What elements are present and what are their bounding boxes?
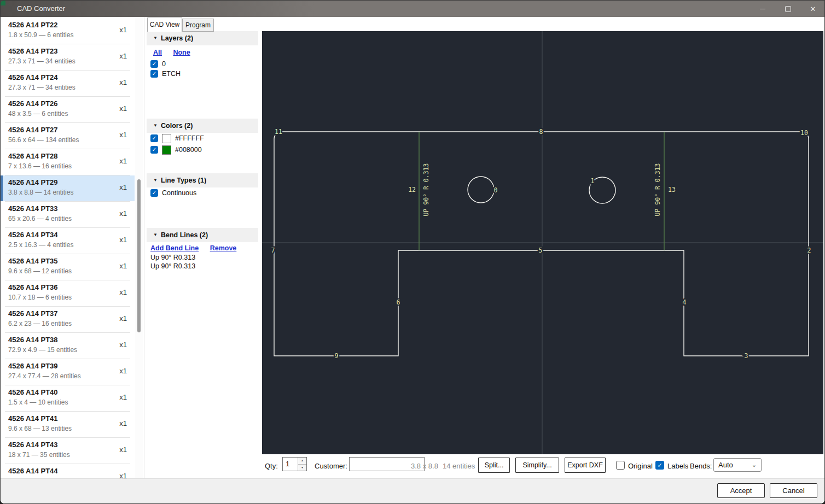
hole-circle xyxy=(468,177,494,203)
close-button[interactable]: ✕ xyxy=(800,1,825,17)
part-name: 4526 A14 PT24 xyxy=(8,73,58,81)
bend-line-item[interactable]: Up 90° R0.313 xyxy=(150,262,195,271)
minimize-button[interactable] xyxy=(750,1,775,17)
part-info: 6.2 x 23 — 16 entities xyxy=(8,320,72,327)
split-button[interactable]: Split... xyxy=(478,458,510,473)
scrollbar-thumb[interactable] xyxy=(137,179,141,332)
part-list-item[interactable]: 4526 A14 PT28 7 x 13.6 — 16 entities x1 xyxy=(1,149,135,175)
entity-label: 1 xyxy=(591,177,595,185)
entity-label: 12 xyxy=(408,186,416,194)
part-list-item[interactable]: 4526 A14 PT44 x1 xyxy=(1,464,135,479)
part-list-item[interactable]: 4526 A14 PT23 27.3 x 71 — 34 entities x1 xyxy=(1,44,135,70)
remove-bend-line-link[interactable]: Remove xyxy=(210,244,237,252)
part-dimensions: 3.8 x 8.8 xyxy=(411,462,438,470)
bend-lines-section-header[interactable]: ▼ Bend Lines (2) xyxy=(147,228,258,242)
part-info: 1.8 x 50.9 — 6 entities xyxy=(8,31,73,39)
add-bend-line-link[interactable]: Add Bend Line xyxy=(150,244,199,252)
layers-all-link[interactable]: All xyxy=(153,49,162,56)
part-qty: x1 xyxy=(119,262,127,270)
part-qty: x1 xyxy=(119,52,127,60)
tab-program[interactable]: Program xyxy=(182,19,214,32)
part-list-item[interactable]: 4526 A14 PT40 1.5 x 4 — 10 entities x1 xyxy=(1,385,135,411)
labels-label: Labels xyxy=(667,462,688,470)
footer-bar: Accept Cancel xyxy=(1,478,825,504)
part-info: 9.6 x 68 — 12 entities xyxy=(8,267,72,275)
entity-label: 2 xyxy=(807,247,811,254)
part-qty: x1 xyxy=(119,446,127,454)
part-name: 4526 A14 PT38 xyxy=(8,336,58,344)
panel-row: #008000 xyxy=(150,145,202,155)
part-name: 4526 A14 PT33 xyxy=(8,204,58,213)
entity-label: 10 xyxy=(800,129,808,137)
part-qty: x1 xyxy=(119,131,127,139)
part-list-item[interactable]: 4526 A14 PT29 3.8 x 8.8 — 14 entities x1 xyxy=(1,175,135,201)
layers-none-link[interactable]: None xyxy=(173,49,190,56)
part-qty: x1 xyxy=(119,157,127,165)
cad-canvas[interactable]: UP 90° R 0.313UP 90° R 0.313012345678910… xyxy=(262,31,823,454)
entity-label: 0 xyxy=(494,186,498,194)
quantity-stepper[interactable]: 1 ▲ ▼ xyxy=(282,457,307,471)
part-qty: x1 xyxy=(119,183,127,191)
colors-section-header[interactable]: ▼ Colors (2) xyxy=(147,119,258,133)
tab-cad-view[interactable]: CAD View xyxy=(147,17,182,32)
entity-label: 9 xyxy=(335,352,339,360)
export-dxf-button[interactable]: Export DXF xyxy=(565,458,606,473)
line-types-section-header[interactable]: ▼ Line Types (1) xyxy=(147,173,258,187)
bends-label: Bends: xyxy=(690,462,712,470)
spinner-down-icon[interactable]: ▼ xyxy=(298,464,306,471)
part-name: 4526 A14 PT36 xyxy=(8,283,58,291)
bends-value: Auto xyxy=(718,461,733,469)
part-name: 4526 A14 PT27 xyxy=(8,126,58,134)
background-window-corner xyxy=(1,1,5,5)
checkbox[interactable] xyxy=(150,134,158,142)
bend-line-item[interactable]: Up 90° R0.313 xyxy=(150,254,195,262)
checkbox[interactable] xyxy=(150,60,158,68)
parts-panel: 4526 A14 PT22 1.8 x 50.9 — 6 entities x1… xyxy=(1,17,144,479)
spinner-up-icon[interactable]: ▲ xyxy=(298,458,306,464)
simplify-button[interactable]: Simplify... xyxy=(515,458,559,473)
collapse-triangle-icon: ▼ xyxy=(153,228,158,242)
panel-row: ETCH xyxy=(150,69,181,79)
part-name: 4526 A14 PT22 xyxy=(8,21,58,29)
part-name: 4526 A14 PT43 xyxy=(8,441,58,449)
checkbox[interactable] xyxy=(150,70,158,78)
collapse-triangle-icon: ▼ xyxy=(153,119,158,133)
checkbox[interactable] xyxy=(150,146,158,154)
part-qty: x1 xyxy=(119,78,127,86)
part-list-item[interactable]: 4526 A14 PT37 6.2 x 23 — 16 entities x1 xyxy=(1,307,135,332)
part-name: 4526 A14 PT29 xyxy=(8,178,58,186)
part-list-item[interactable]: 4526 A14 PT38 72.9 x 4.9 — 15 entities x… xyxy=(1,333,135,359)
part-list-item[interactable]: 4526 A14 PT34 2.5 x 16.3 — 4 entities x1 xyxy=(1,228,135,254)
panel-row: #FFFFFF xyxy=(150,133,204,143)
part-list-item[interactable]: 4526 A14 PT26 48 x 3.5 — 6 entities x1 xyxy=(1,97,135,122)
part-info: 48 x 3.5 — 6 entities xyxy=(8,110,68,118)
part-info: 3.8 x 8.8 — 14 entities xyxy=(8,189,73,196)
entity-label: 4 xyxy=(683,298,687,306)
maximize-button[interactable] xyxy=(775,1,800,17)
part-name: 4526 A14 PT26 xyxy=(8,99,58,108)
part-list-item[interactable]: 4526 A14 PT33 65 x 20.6 — 4 entities x1 xyxy=(1,202,135,227)
accept-button[interactable]: Accept xyxy=(717,483,765,498)
layers-section-header[interactable]: ▼ Layers (2) xyxy=(147,31,258,45)
canvas-control-bar: Qty: 1 ▲ ▼ Customer: 3.8 x 8.8 14 entiti… xyxy=(262,454,825,478)
panel-row: 0 xyxy=(150,59,166,69)
row-label: ETCH xyxy=(162,70,181,78)
bends-dropdown[interactable]: Auto ⌄ xyxy=(713,458,762,472)
labels-checkbox[interactable] xyxy=(655,461,664,470)
original-checkbox[interactable] xyxy=(616,461,625,470)
cancel-button[interactable]: Cancel xyxy=(770,483,817,498)
part-name: 4526 A14 PT37 xyxy=(8,309,58,318)
part-list-item[interactable]: 4526 A14 PT43 18 x 71 — 35 entities x1 xyxy=(1,438,135,464)
entity-label: 5 xyxy=(539,247,543,254)
side-panel: CAD View Program ▼ Layers (2) All None ▼… xyxy=(144,17,262,479)
part-name: 4526 A14 PT39 xyxy=(8,362,58,370)
checkbox[interactable] xyxy=(150,189,158,197)
part-list-item[interactable]: 4526 A14 PT36 10.7 x 18 — 6 entities x1 xyxy=(1,280,135,306)
part-list-item[interactable]: 4526 A14 PT24 27.3 x 71 — 34 entities x1 xyxy=(1,71,135,96)
part-list-item[interactable]: 4526 A14 PT41 9.6 x 68 — 13 entities x1 xyxy=(1,412,135,437)
part-list-item[interactable]: 4526 A14 PT27 56.6 x 64 — 134 entities x… xyxy=(1,123,135,149)
part-list-item[interactable]: 4526 A14 PT22 1.8 x 50.9 — 6 entities x1 xyxy=(1,18,135,44)
part-list-item[interactable]: 4526 A14 PT35 9.6 x 68 — 12 entities x1 xyxy=(1,254,135,280)
part-qty: x1 xyxy=(119,419,127,427)
part-list-item[interactable]: 4526 A14 PT39 27.4 x 77.4 — 28 entities … xyxy=(1,359,135,385)
